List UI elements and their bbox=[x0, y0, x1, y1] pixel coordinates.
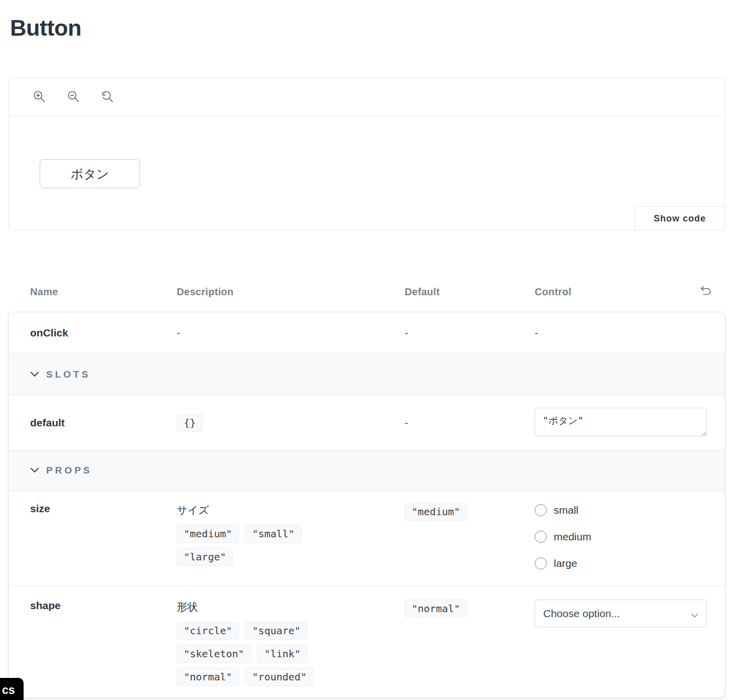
args-table-body: onClick - - - SLOTS default {} - "ボタン" P… bbox=[9, 312, 725, 698]
radio-label: large bbox=[554, 557, 577, 569]
story-button[interactable]: ボタン bbox=[40, 159, 140, 188]
table-row-onclick: onClick - - - bbox=[9, 312, 725, 353]
prop-name: shape bbox=[30, 600, 177, 612]
default-empty: - bbox=[405, 327, 535, 339]
radio-option-medium[interactable]: medium bbox=[535, 531, 725, 543]
zoom-in-icon bbox=[33, 90, 46, 105]
table-row-size: size サイズ "medium" "small" "large" "mediu… bbox=[9, 491, 725, 586]
zoom-in-button[interactable] bbox=[32, 90, 46, 104]
section-toggle-slots[interactable]: SLOTS bbox=[9, 353, 725, 395]
type-chip: "circle" bbox=[177, 622, 239, 640]
reset-controls-button[interactable] bbox=[699, 285, 713, 299]
prop-description: サイズ bbox=[177, 503, 405, 518]
table-row-shape: shape 形状 "circle" "square" "skeleton" "l… bbox=[9, 586, 725, 698]
chevron-down-icon bbox=[30, 370, 39, 379]
prop-name: default bbox=[30, 417, 177, 429]
type-chip: "small" bbox=[245, 525, 301, 543]
column-header-control: Control bbox=[535, 286, 725, 298]
docs-tab-badge[interactable]: cs bbox=[0, 678, 24, 700]
zoom-reset-icon bbox=[101, 90, 114, 105]
default-slot-textarea[interactable]: "ボタン" bbox=[535, 408, 707, 436]
radio-label: medium bbox=[554, 531, 591, 543]
page-title: Button bbox=[10, 15, 81, 41]
default-value-chip: "normal" bbox=[405, 600, 467, 618]
default-value-chip: "medium" bbox=[405, 503, 467, 521]
default-empty: - bbox=[405, 417, 535, 429]
section-toggle-props[interactable]: PROPS bbox=[9, 450, 725, 491]
zoom-out-button[interactable] bbox=[66, 90, 80, 104]
control-empty: - bbox=[535, 327, 725, 339]
section-label: SLOTS bbox=[46, 369, 90, 380]
radio-icon bbox=[535, 531, 547, 543]
type-chip: "skeleton" bbox=[177, 645, 251, 663]
type-chips: "medium" "small" "large" bbox=[177, 525, 327, 566]
chevron-down-icon bbox=[30, 466, 39, 475]
args-table-header: Name Description Default Control bbox=[9, 281, 725, 302]
shape-select[interactable]: Choose option... bbox=[535, 600, 707, 627]
zoom-out-icon bbox=[67, 90, 80, 105]
column-header-description: Description bbox=[177, 286, 405, 298]
radio-option-large[interactable]: large bbox=[535, 557, 725, 569]
table-row-default-slot: default {} - "ボタン" bbox=[9, 395, 725, 450]
section-label: PROPS bbox=[46, 465, 92, 476]
type-chip: "medium" bbox=[177, 525, 239, 543]
type-chip: "rounded" bbox=[245, 668, 313, 686]
radio-icon bbox=[535, 504, 547, 516]
radio-icon bbox=[535, 557, 547, 569]
radio-label: small bbox=[554, 504, 578, 516]
story-preview-panel: ボタン Show code bbox=[9, 78, 725, 230]
type-chip: "large" bbox=[177, 548, 233, 566]
prop-name: onClick bbox=[30, 327, 177, 339]
prop-name: size bbox=[30, 503, 177, 515]
zoom-reset-button[interactable] bbox=[100, 90, 114, 104]
type-chip: "normal" bbox=[177, 668, 239, 686]
prop-description: 形状 bbox=[177, 600, 405, 615]
column-header-name: Name bbox=[30, 286, 177, 298]
type-chip: "link" bbox=[257, 645, 307, 663]
undo-icon bbox=[699, 285, 712, 299]
show-code-button[interactable]: Show code bbox=[635, 206, 725, 230]
size-radio-group: small medium large bbox=[535, 504, 725, 569]
type-chip: {} bbox=[177, 414, 203, 432]
column-header-default: Default bbox=[405, 286, 535, 298]
preview-toolbar bbox=[9, 78, 724, 117]
type-chip: "square" bbox=[245, 622, 307, 640]
radio-option-small[interactable]: small bbox=[535, 504, 725, 516]
story-canvas: ボタン bbox=[9, 117, 724, 230]
description-empty: - bbox=[177, 327, 405, 339]
type-chips: "circle" "square" "skeleton" "link" "nor… bbox=[177, 622, 327, 686]
